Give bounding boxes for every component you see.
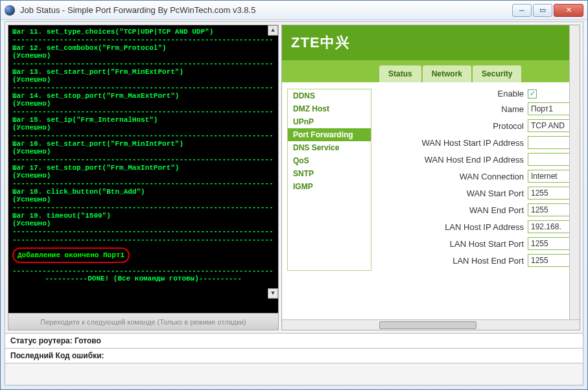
name-label: Name: [501, 104, 524, 114]
horizontal-scrollbar[interactable]: [282, 319, 580, 330]
app-icon: [5, 5, 15, 16]
log-divider: ----------------------------------------…: [12, 203, 274, 211]
left-panel: ▲ Шаг 11. set_type_choices("TCP|UDP|TCP …: [8, 25, 279, 330]
close-button[interactable]: ✕: [554, 4, 583, 17]
log-success: (Успешно): [12, 172, 274, 179]
sidebar-item-sntp[interactable]: SNTP: [288, 167, 371, 180]
log-success: (Успешно): [12, 52, 274, 60]
error-code-row: Последний Код ошибки:: [5, 349, 583, 363]
wan-start-port-input[interactable]: [528, 187, 574, 200]
done-message: ----------DONE! (Все команды готовы)----…: [12, 275, 274, 282]
debug-step-button[interactable]: Переходите к следующей команде (Только в…: [8, 313, 278, 330]
scroll-down-icon[interactable]: ▼: [268, 288, 278, 299]
log-command: Шаг 18. click_button("Btn_Add"): [12, 188, 274, 196]
log-command: Шаг 16. set_start_port("Frm_MinIntPort"): [12, 140, 274, 148]
log-command: Шаг 14. set_stop_port("Frm_MaxExtPort"): [12, 92, 274, 100]
scroll-up-icon[interactable]: ▲: [268, 25, 278, 36]
log-command: Шаг 13. set_start_port("Frm_MinExtPort"): [12, 68, 274, 76]
scroll-thumb[interactable]: [379, 321, 476, 329]
log-success: (Успешно): [12, 196, 274, 203]
sidebar-item-dmz-host[interactable]: DMZ Host: [288, 102, 371, 115]
lan-ip-input[interactable]: [528, 220, 574, 233]
log-divider: ----------------------------------------…: [12, 84, 274, 91]
log-divider: ----------------------------------------…: [12, 227, 274, 235]
log-divider: ----------------------------------------…: [12, 108, 274, 115]
router-side-menu: DDNSDMZ HostUPnPPort ForwardingDNS Servi…: [287, 89, 371, 271]
maximize-button[interactable]: ▭: [533, 4, 552, 17]
wan-end-ip-input[interactable]: [528, 153, 574, 166]
client-area: ▲ Шаг 11. set_type_choices("TCP|UDP|TCP …: [5, 21, 583, 385]
wan-start-port-label: WAN Start Port: [467, 189, 524, 198]
wan-start-ip-input[interactable]: [528, 136, 574, 149]
protocol-label: Protocol: [493, 121, 524, 131]
sidebar-item-upnp[interactable]: UPnP: [288, 115, 371, 128]
lan-end-port-input[interactable]: [528, 254, 574, 267]
log-divider: ----------------------------------------…: [12, 155, 274, 163]
zte-logo: ZTE中兴: [291, 33, 350, 52]
log-command: Шаг 11. set_type_choices("TCP|UDP|TCP AN…: [12, 28, 274, 36]
tab-network[interactable]: Network: [423, 65, 471, 82]
protocol-select[interactable]: [528, 119, 574, 132]
log-success: (Успешно): [12, 100, 274, 108]
log-divider: ----------------------------------------…: [12, 267, 274, 275]
wan-conn-label: WAN Connection: [460, 172, 524, 181]
log-success: (Успешно): [12, 76, 274, 84]
wan-end-ip-label: WAN Host End IP Address: [425, 155, 524, 165]
port-forwarding-form: Enable✓ Name Protocol WAN Host Start IP …: [378, 89, 574, 271]
lan-start-port-input[interactable]: [528, 237, 574, 250]
log-divider: ----------------------------------------…: [12, 36, 274, 43]
window-title: Job Status - Simple Port Forwarding By P…: [20, 5, 511, 15]
titlebar[interactable]: Job Status - Simple Port Forwarding By P…: [1, 1, 587, 20]
lan-end-port-label: LAN Host End Port: [453, 256, 524, 266]
lan-ip-label: LAN Host IP Address: [445, 222, 524, 232]
router-status-row: Статус роутера: Готово: [5, 334, 583, 349]
browser-panel: ZTE中兴 Status Network Security DDNSDMZ Ho…: [281, 25, 580, 330]
log-success: (Успешно): [12, 220, 274, 227]
wan-end-port-label: WAN End Port: [469, 205, 524, 215]
app-window: Job Status - Simple Port Forwarding By P…: [0, 0, 588, 390]
log-success: (Успешно): [12, 124, 274, 132]
minimize-button[interactable]: ─: [512, 4, 532, 17]
log-command: Шаг 19. timeout("1500"): [12, 212, 274, 220]
log-command: Шаг 17. set_stop_port("Frm_MaxIntPort"): [12, 164, 274, 172]
log-divider: ----------------------------------------…: [12, 236, 274, 244]
wan-start-ip-label: WAN Host Start IP Address: [422, 138, 524, 148]
router-header: ZTE中兴: [282, 25, 580, 60]
log-command: Шаг 15. set_ip("Frm_InternalHost"): [12, 116, 274, 124]
vertical-scrollbar[interactable]: [569, 25, 580, 319]
enable-checkbox[interactable]: ✓: [528, 89, 537, 98]
router-tabs: Status Network Security: [282, 60, 580, 82]
sidebar-item-igmp[interactable]: IGMP: [288, 180, 371, 193]
status-area: Статус роутера: Готово Последний Код оши…: [5, 333, 583, 363]
completion-highlight: Добавление окончено Порт1: [12, 247, 130, 263]
sidebar-item-ddns[interactable]: DDNS: [288, 89, 371, 102]
sidebar-item-qos[interactable]: QoS: [288, 154, 371, 167]
sidebar-item-port-forwarding[interactable]: Port Forwarding: [288, 128, 371, 141]
console-log[interactable]: ▲ Шаг 11. set_type_choices("TCP|UDP|TCP …: [8, 25, 278, 313]
tab-status[interactable]: Status: [379, 65, 421, 82]
log-divider: ----------------------------------------…: [12, 179, 274, 187]
lan-start-port-label: LAN Host Start Port: [450, 239, 524, 249]
wan-end-port-input[interactable]: [528, 203, 574, 216]
sidebar-item-dns-service[interactable]: DNS Service: [288, 141, 371, 154]
tab-security[interactable]: Security: [473, 65, 521, 82]
log-divider: ----------------------------------------…: [12, 60, 274, 67]
enable-label: Enable: [498, 89, 524, 98]
log-command: Шаг 12. set_combobox("Frm_Protocol"): [12, 44, 274, 52]
wan-conn-select[interactable]: [528, 170, 574, 183]
log-success: (Успешно): [12, 148, 274, 155]
name-input[interactable]: [528, 102, 574, 115]
log-divider: ----------------------------------------…: [12, 132, 274, 139]
